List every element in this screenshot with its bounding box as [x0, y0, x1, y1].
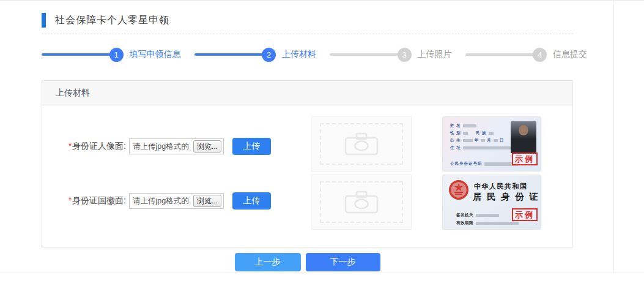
title-row: 社会保障卡个人零星申领	[42, 12, 573, 28]
id-back-file-text: 请上传jpg格式的	[130, 196, 193, 206]
dashed-divider	[42, 34, 573, 34]
step-2-circle: 2	[262, 48, 276, 62]
day-label: 日	[500, 138, 505, 143]
validity-row: 有效期限	[456, 221, 519, 226]
id-back-file-input[interactable]: 请上传jpg格式的 浏览...	[129, 193, 224, 209]
card-title: 居 民 身 份 证	[473, 191, 540, 203]
application-page: 社会保障卡个人零星申领 1 填写申领信息 2 上传材料 3 上传照片 4 信息提…	[0, 0, 644, 283]
month-label: 月	[487, 138, 492, 143]
name-label: 姓 名	[450, 123, 461, 129]
id-number-label: 公民身份证号码	[450, 161, 483, 167]
next-step-button[interactable]: 下一步	[306, 253, 380, 271]
example-column: 姓 名 性 别 民 族 出 生 年	[442, 116, 541, 233]
id-back-browse-button[interactable]: 浏览...	[193, 195, 221, 207]
id-front-preview-placeholder	[311, 116, 412, 172]
issuer-label: 签发机关	[456, 213, 473, 218]
step-3-line	[330, 53, 399, 56]
id-front-upload-button[interactable]: 上传	[232, 138, 271, 155]
prev-step-button[interactable]: 上一步	[235, 253, 301, 271]
id-name-row: 姓 名	[450, 123, 476, 129]
redacted-value	[463, 132, 468, 135]
id-front-browse-button[interactable]: 浏览...	[193, 140, 221, 153]
footer-buttons: 上一步 下一步	[42, 253, 573, 271]
camera-icon	[342, 190, 380, 214]
panel-body: *身份证人像面: 请上传jpg格式的 浏览... 上传 *身份证国徽面: 请上传…	[42, 105, 572, 247]
id-address-row: 住 址	[450, 145, 519, 151]
address-label: 住 址	[450, 145, 461, 151]
id-back-upload-button[interactable]: 上传	[232, 192, 271, 209]
id-front-label: *身份证人像面:	[63, 141, 126, 152]
step-1-line	[42, 53, 111, 56]
preview-column	[311, 116, 412, 233]
camera-icon	[342, 132, 380, 156]
id-front-file-text: 请上传jpg格式的	[130, 142, 193, 152]
step-1-label: 填写申领信息	[130, 49, 181, 60]
id-card-back-example: 中华人民共和国 居 民 身 份 证 签发机关 有效期限 示例	[442, 175, 541, 230]
year-label: 年	[475, 138, 479, 143]
id-back-label: *身份证国徽面:	[63, 195, 126, 206]
right-divider	[613, 0, 614, 273]
redacted-value	[463, 139, 473, 142]
country-title: 中华人民共和国	[474, 182, 528, 191]
birth-label: 出 生	[450, 138, 461, 143]
required-asterisk: *	[68, 195, 72, 205]
step-3-circle: 3	[398, 48, 412, 62]
id-back-label-text: 身份证国徽面:	[72, 195, 126, 205]
id-gender-row: 性 别 民 族	[450, 130, 494, 136]
id-photo	[511, 121, 536, 153]
upload-materials-panel: 上传材料 *身份证人像面: 请上传jpg格式的 浏览... 上传 *身份证国徽面…	[42, 80, 573, 247]
redacted-value	[463, 124, 476, 127]
redacted-value	[476, 222, 519, 225]
step-1-circle: 1	[109, 48, 124, 62]
redacted-value	[494, 139, 498, 142]
portrait-head	[519, 125, 528, 135]
bottom-divider	[0, 273, 644, 273]
redacted-value	[489, 132, 494, 135]
example-stamp: 示例	[512, 153, 538, 165]
step-3-label: 上传照片	[418, 49, 452, 60]
id-front-label-text: 身份证人像面:	[72, 141, 126, 151]
id-birth-row: 出 生 年 月 日	[450, 138, 504, 143]
national-emblem-icon	[448, 179, 470, 201]
id-back-preview-placeholder	[311, 175, 412, 230]
id-back-field-row: *身份证国徽面: 请上传jpg格式的 浏览... 上传	[63, 192, 271, 209]
required-asterisk: *	[68, 141, 72, 151]
step-4-line	[465, 53, 535, 56]
step-progress: 1 填写申领信息 2 上传材料 3 上传照片 4 信息提交	[42, 47, 587, 62]
page-title: 社会保障卡个人零星申领	[55, 14, 169, 27]
example-stamp: 示例	[512, 208, 538, 221]
gender-label: 性 别	[450, 130, 461, 136]
main-content: 社会保障卡个人零星申领 1 填写申领信息 2 上传材料 3 上传照片 4 信息提…	[42, 0, 573, 271]
id-front-file-input[interactable]: 请上传jpg格式的 浏览...	[129, 138, 224, 154]
redacted-value	[476, 214, 499, 217]
id-front-field-row: *身份证人像面: 请上传jpg格式的 浏览... 上传	[63, 138, 271, 155]
ethnic-label: 民 族	[476, 130, 487, 136]
panel-header: 上传材料	[42, 81, 572, 105]
step-2-line	[194, 53, 264, 56]
step-4-label: 信息提交	[553, 49, 587, 60]
title-accent-bar	[42, 13, 46, 28]
step-2-label: 上传材料	[282, 49, 316, 60]
step-4-circle: 4	[533, 48, 547, 62]
id-card-front-example: 姓 名 性 别 民 族 出 生 年	[442, 116, 541, 172]
validity-label: 有效期限	[456, 221, 473, 226]
issuer-row: 签发机关	[456, 213, 499, 218]
redacted-value	[481, 139, 485, 142]
id-number-row: 公民身份证号码	[450, 161, 518, 167]
